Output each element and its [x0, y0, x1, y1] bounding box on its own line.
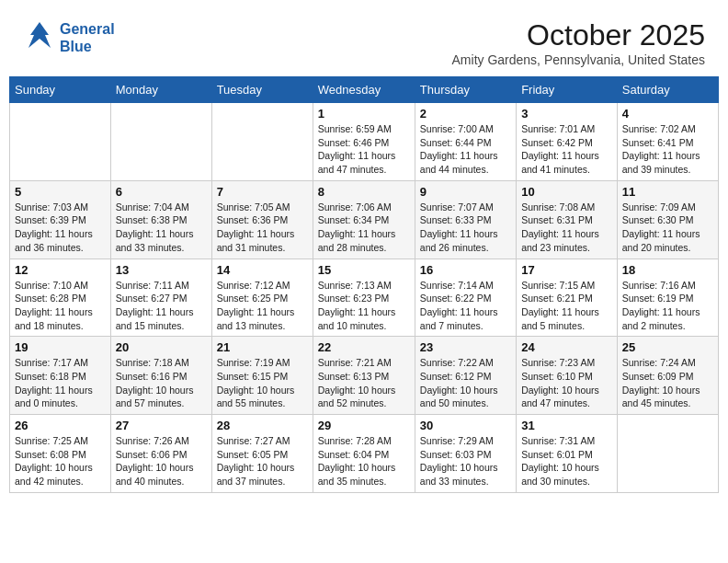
weekday-header-row: SundayMondayTuesdayWednesdayThursdayFrid…	[10, 77, 719, 103]
calendar-week-5: 26Sunrise: 7:25 AMSunset: 6:08 PMDayligh…	[10, 415, 719, 493]
calendar-table: SundayMondayTuesdayWednesdayThursdayFrid…	[9, 76, 719, 493]
day-number: 15	[318, 263, 410, 277]
calendar-week-1: 1Sunrise: 6:59 AMSunset: 6:46 PMDaylight…	[10, 103, 719, 181]
day-number: 20	[116, 340, 207, 354]
day-content: Sunrise: 7:16 AMSunset: 6:19 PMDaylight:…	[622, 279, 713, 333]
day-number: 5	[15, 185, 106, 199]
weekday-header-wednesday: Wednesday	[313, 77, 415, 103]
day-number: 31	[521, 419, 612, 432]
day-number: 16	[420, 263, 511, 277]
calendar-cell: 21Sunrise: 7:19 AMSunset: 6:15 PMDayligh…	[211, 337, 313, 415]
day-number: 30	[420, 419, 511, 432]
day-content: Sunrise: 7:09 AMSunset: 6:30 PMDaylight:…	[622, 201, 713, 255]
calendar-cell: 23Sunrise: 7:22 AMSunset: 6:12 PMDayligh…	[415, 337, 516, 415]
calendar-cell: 25Sunrise: 7:24 AMSunset: 6:09 PMDayligh…	[617, 337, 718, 415]
day-content: Sunrise: 7:00 AMSunset: 6:44 PMDaylight:…	[420, 122, 511, 177]
calendar-cell: 26Sunrise: 7:25 AMSunset: 6:08 PMDayligh…	[10, 415, 111, 493]
day-content: Sunrise: 7:12 AMSunset: 6:25 PMDaylight:…	[217, 279, 308, 333]
logo-text: General Blue	[60, 20, 115, 55]
day-number: 10	[521, 185, 612, 199]
calendar-cell: 7Sunrise: 7:05 AMSunset: 6:36 PMDaylight…	[211, 180, 313, 259]
day-number: 8	[318, 185, 410, 199]
calendar-cell	[10, 103, 111, 181]
calendar-week-4: 19Sunrise: 7:17 AMSunset: 6:18 PMDayligh…	[10, 337, 719, 415]
calendar-cell: 3Sunrise: 7:01 AMSunset: 6:42 PMDaylight…	[517, 103, 618, 181]
calendar-cell: 20Sunrise: 7:18 AMSunset: 6:16 PMDayligh…	[110, 337, 211, 415]
page-header: General Blue October 2025 Amity Gardens,…	[9, 9, 719, 72]
day-content: Sunrise: 7:23 AMSunset: 6:10 PMDaylight:…	[521, 356, 612, 410]
day-content: Sunrise: 7:01 AMSunset: 6:42 PMDaylight:…	[521, 122, 612, 177]
day-content: Sunrise: 7:26 AMSunset: 6:06 PMDaylight:…	[116, 434, 207, 488]
calendar-cell: 29Sunrise: 7:28 AMSunset: 6:04 PMDayligh…	[313, 415, 415, 493]
calendar-cell: 1Sunrise: 6:59 AMSunset: 6:46 PMDaylight…	[313, 103, 415, 181]
calendar-cell	[617, 415, 718, 493]
svg-marker-0	[28, 22, 51, 48]
day-content: Sunrise: 7:06 AMSunset: 6:34 PMDaylight:…	[318, 201, 410, 255]
calendar-cell: 19Sunrise: 7:17 AMSunset: 6:18 PMDayligh…	[10, 337, 111, 415]
location-subtitle: Amity Gardens, Pennsylvania, United Stat…	[452, 52, 705, 67]
day-number: 24	[521, 340, 612, 354]
day-content: Sunrise: 7:02 AMSunset: 6:41 PMDaylight:…	[622, 122, 713, 177]
day-number: 4	[622, 107, 713, 121]
calendar-cell: 31Sunrise: 7:31 AMSunset: 6:01 PMDayligh…	[517, 415, 618, 493]
calendar-cell	[110, 103, 211, 181]
day-content: Sunrise: 7:18 AMSunset: 6:16 PMDaylight:…	[116, 356, 207, 410]
day-content: Sunrise: 6:59 AMSunset: 6:46 PMDaylight:…	[318, 122, 410, 177]
day-content: Sunrise: 7:22 AMSunset: 6:12 PMDaylight:…	[420, 356, 511, 410]
day-number: 14	[217, 263, 308, 277]
logo-general: General	[60, 21, 115, 37]
calendar-cell: 27Sunrise: 7:26 AMSunset: 6:06 PMDayligh…	[110, 415, 211, 493]
day-number: 29	[318, 419, 410, 432]
calendar-cell: 10Sunrise: 7:08 AMSunset: 6:31 PMDayligh…	[517, 180, 618, 259]
weekday-header-tuesday: Tuesday	[211, 77, 313, 103]
day-content: Sunrise: 7:04 AMSunset: 6:38 PMDaylight:…	[116, 201, 207, 255]
calendar-cell: 22Sunrise: 7:21 AMSunset: 6:13 PMDayligh…	[313, 337, 415, 415]
calendar-cell: 30Sunrise: 7:29 AMSunset: 6:03 PMDayligh…	[415, 415, 516, 493]
day-content: Sunrise: 7:29 AMSunset: 6:03 PMDaylight:…	[420, 434, 511, 488]
day-number: 25	[622, 340, 713, 354]
day-content: Sunrise: 7:31 AMSunset: 6:01 PMDaylight:…	[521, 434, 612, 488]
day-content: Sunrise: 7:14 AMSunset: 6:22 PMDaylight:…	[420, 279, 511, 333]
day-content: Sunrise: 7:08 AMSunset: 6:31 PMDaylight:…	[521, 201, 612, 255]
day-number: 12	[15, 263, 106, 277]
calendar-cell: 28Sunrise: 7:27 AMSunset: 6:05 PMDayligh…	[211, 415, 313, 493]
weekday-header-friday: Friday	[517, 77, 618, 103]
day-number: 21	[217, 340, 308, 354]
calendar-cell: 6Sunrise: 7:04 AMSunset: 6:38 PMDaylight…	[110, 180, 211, 259]
day-number: 27	[116, 419, 207, 432]
calendar-cell: 17Sunrise: 7:15 AMSunset: 6:21 PMDayligh…	[517, 259, 618, 337]
calendar-week-2: 5Sunrise: 7:03 AMSunset: 6:39 PMDaylight…	[10, 180, 719, 259]
logo-icon	[23, 18, 56, 57]
calendar-cell: 12Sunrise: 7:10 AMSunset: 6:28 PMDayligh…	[10, 259, 111, 337]
calendar-cell: 13Sunrise: 7:11 AMSunset: 6:27 PMDayligh…	[110, 259, 211, 337]
day-content: Sunrise: 7:13 AMSunset: 6:23 PMDaylight:…	[318, 279, 410, 333]
logo: General Blue	[23, 18, 115, 57]
calendar-cell: 15Sunrise: 7:13 AMSunset: 6:23 PMDayligh…	[313, 259, 415, 337]
calendar-cell: 16Sunrise: 7:14 AMSunset: 6:22 PMDayligh…	[415, 259, 516, 337]
day-number: 26	[15, 419, 106, 432]
day-content: Sunrise: 7:25 AMSunset: 6:08 PMDaylight:…	[15, 434, 106, 488]
logo-blue: Blue	[60, 39, 92, 54]
calendar-cell: 9Sunrise: 7:07 AMSunset: 6:33 PMDaylight…	[415, 180, 516, 259]
weekday-header-saturday: Saturday	[617, 77, 718, 103]
day-content: Sunrise: 7:10 AMSunset: 6:28 PMDaylight:…	[15, 279, 106, 333]
calendar-cell: 11Sunrise: 7:09 AMSunset: 6:30 PMDayligh…	[617, 180, 718, 259]
calendar-cell: 14Sunrise: 7:12 AMSunset: 6:25 PMDayligh…	[211, 259, 313, 337]
day-content: Sunrise: 7:15 AMSunset: 6:21 PMDaylight:…	[521, 279, 612, 333]
day-number: 23	[420, 340, 511, 354]
calendar-cell: 8Sunrise: 7:06 AMSunset: 6:34 PMDaylight…	[313, 180, 415, 259]
calendar-cell: 4Sunrise: 7:02 AMSunset: 6:41 PMDaylight…	[617, 103, 718, 181]
day-content: Sunrise: 7:21 AMSunset: 6:13 PMDaylight:…	[318, 356, 410, 410]
day-number: 9	[420, 185, 511, 199]
day-number: 3	[521, 107, 612, 121]
day-content: Sunrise: 7:27 AMSunset: 6:05 PMDaylight:…	[217, 434, 308, 488]
weekday-header-sunday: Sunday	[10, 77, 111, 103]
day-content: Sunrise: 7:28 AMSunset: 6:04 PMDaylight:…	[318, 434, 410, 488]
calendar-cell: 5Sunrise: 7:03 AMSunset: 6:39 PMDaylight…	[10, 180, 111, 259]
day-number: 22	[318, 340, 410, 354]
day-number: 18	[622, 263, 713, 277]
title-area: October 2025 Amity Gardens, Pennsylvania…	[452, 18, 705, 67]
day-content: Sunrise: 7:03 AMSunset: 6:39 PMDaylight:…	[15, 201, 106, 255]
day-number: 17	[521, 263, 612, 277]
calendar-cell	[211, 103, 313, 181]
